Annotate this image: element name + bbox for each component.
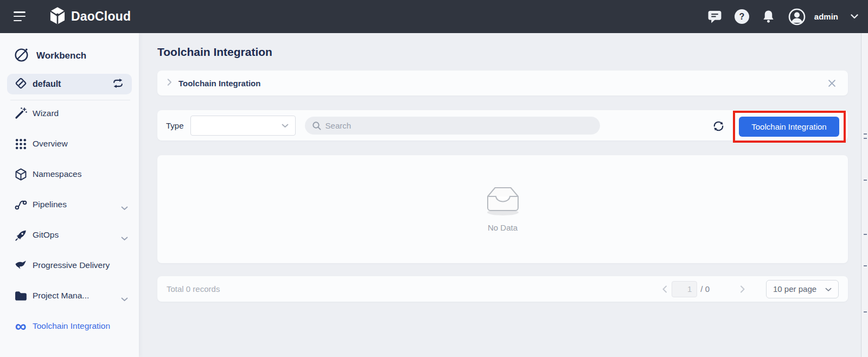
sidebar-item-label: Project Mana... — [33, 291, 89, 301]
bird-icon — [13, 259, 28, 271]
sidebar-item-label: GitOps — [33, 230, 59, 240]
cube-icon — [13, 168, 28, 181]
folder-icon — [13, 290, 28, 302]
per-page-select[interactable]: 10 per page — [766, 280, 839, 298]
avatar-icon[interactable] — [788, 8, 806, 26]
sidebar: Workbench default — [0, 33, 139, 357]
total-records-label: Total 0 records — [167, 284, 658, 294]
toolchain-integration-button[interactable]: Toolchain Integration — [739, 117, 839, 137]
breadcrumb[interactable]: Toolchain Integration — [178, 79, 826, 88]
sidebar-item-label: Namespaces — [33, 169, 81, 179]
results-panel: No Data — [157, 155, 848, 263]
menu-icon[interactable] — [14, 11, 27, 22]
workspace-name: default — [33, 79, 112, 89]
per-page-value: 10 per page — [773, 284, 816, 294]
brand-name: DaoCloud — [71, 9, 131, 24]
top-header-bar: DaoCloud ? — [0, 0, 868, 33]
page-title: Toolchain Integration — [157, 46, 272, 59]
pagination-bar: Total 0 records / 0 10 per page — [157, 276, 848, 302]
sidebar-item-label: Pipelines — [33, 200, 67, 209]
sidebar-item-pipelines[interactable]: Pipelines — [0, 194, 139, 215]
sidebar-item-gitops[interactable]: GitOps — [0, 224, 139, 246]
sidebar-item-project-management[interactable]: Project Mana... — [0, 285, 139, 307]
user-name[interactable]: admin — [814, 12, 838, 21]
chevron-down-icon[interactable] — [121, 233, 128, 243]
sidebar-divider — [10, 100, 130, 100]
breadcrumb-bar: Toolchain Integration — [157, 71, 848, 95]
sidebar-item-label: Progressive Delivery — [33, 260, 110, 270]
chevron-down-icon[interactable] — [851, 14, 858, 19]
search-input[interactable] — [305, 117, 600, 135]
pipeline-icon — [13, 198, 28, 212]
bell-icon[interactable] — [762, 9, 775, 24]
sidebar-item-progressive-delivery[interactable]: Progressive Delivery — [0, 254, 139, 276]
sidebar-item-overview[interactable]: Overview — [0, 133, 139, 155]
empty-state-text: No Data — [488, 223, 518, 232]
sidebar-item-label: Toolchain Integration — [33, 321, 110, 331]
empty-tray-icon — [481, 182, 525, 219]
sidebar-section-workbench[interactable]: Workbench — [0, 45, 139, 67]
switch-workspace-icon[interactable] — [112, 78, 124, 91]
next-page-icon[interactable] — [736, 283, 750, 295]
close-icon[interactable] — [826, 77, 838, 90]
chat-icon[interactable] — [707, 10, 722, 23]
chevron-right-icon[interactable] — [167, 78, 172, 88]
help-icon[interactable]: ? — [735, 9, 749, 24]
sidebar-item-label: Wizard — [33, 109, 59, 118]
logo-cube-icon — [49, 7, 66, 27]
page-count-label: / 0 — [700, 284, 710, 294]
workspace-icon — [15, 77, 27, 92]
sidebar-section-label: Workbench — [36, 50, 86, 61]
sidebar-item-namespaces[interactable]: Namespaces — [0, 163, 139, 185]
search-icon — [312, 121, 322, 133]
page-number-input[interactable] — [672, 281, 697, 297]
rocket-icon — [13, 228, 28, 242]
wand-icon — [13, 106, 28, 120]
type-filter-label: Type — [166, 121, 184, 130]
type-filter-select[interactable] — [190, 116, 296, 136]
prev-page-icon[interactable] — [658, 283, 672, 295]
sidebar-item-toolchain-integration[interactable]: ∞ Toolchain Integration — [0, 315, 139, 337]
infinity-icon: ∞ — [13, 321, 28, 331]
scrollbar-track[interactable] — [861, 33, 868, 357]
chevron-down-icon[interactable] — [121, 294, 128, 304]
workbench-icon — [13, 47, 30, 66]
sidebar-item-default-workspace[interactable]: default — [7, 74, 132, 94]
brand[interactable]: DaoCloud — [49, 0, 131, 33]
chevron-down-icon[interactable] — [121, 203, 128, 213]
sidebar-item-label: Overview — [33, 139, 68, 149]
refresh-icon[interactable] — [711, 119, 725, 133]
grid-dots-icon — [13, 138, 28, 150]
chevron-down-icon — [282, 120, 289, 130]
chevron-down-icon — [825, 284, 832, 294]
sidebar-item-wizard[interactable]: Wizard — [0, 103, 139, 124]
app-window: DaoCloud ? — [0, 0, 868, 357]
